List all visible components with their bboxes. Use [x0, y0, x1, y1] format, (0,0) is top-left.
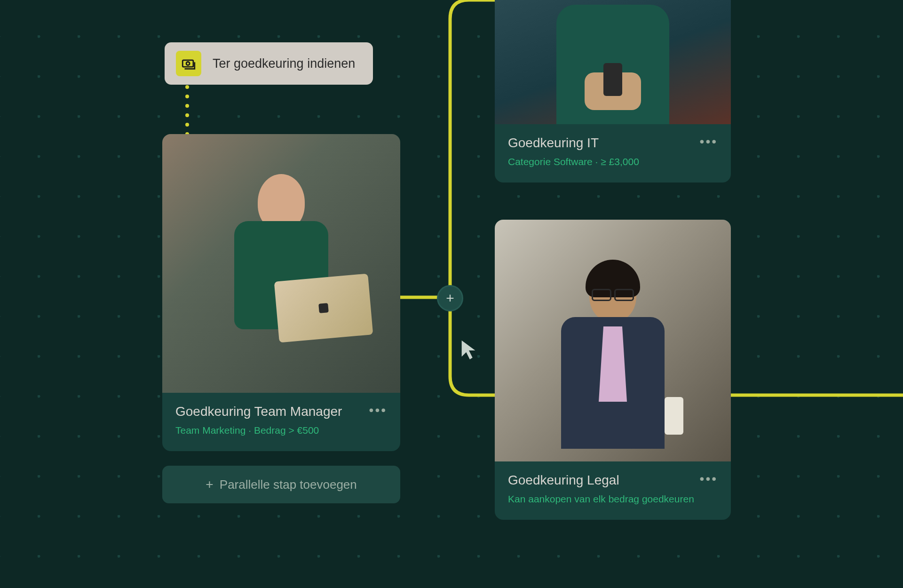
plus-icon: +: [206, 477, 213, 492]
card-photo-team-manager: [162, 134, 400, 393]
approval-card-it[interactable]: Goedkeuring IT Categorie Software · ≥ £3…: [495, 0, 731, 183]
more-icon[interactable]: •••: [369, 407, 387, 413]
cursor-icon: [458, 339, 480, 360]
submit-label: Ter goedkeuring indienen: [213, 56, 355, 71]
approval-card-legal[interactable]: Goedkeuring Legal Kan aankopen van elk b…: [495, 220, 731, 520]
more-icon[interactable]: •••: [700, 476, 718, 482]
add-branch-node[interactable]: +: [437, 285, 463, 311]
plus-icon: +: [446, 290, 454, 306]
card-title: Goedkeuring IT: [508, 135, 718, 151]
card-title: Goedkeuring Team Manager: [175, 404, 387, 419]
card-meta: Categorie Software · ≥ £3,000: [508, 156, 718, 167]
card-meta: Kan aankopen van elk bedrag goedkeuren: [508, 493, 718, 505]
card-photo-legal: [495, 220, 731, 461]
approval-card-team-manager[interactable]: Goedkeuring Team Manager Team Marketing …: [162, 134, 400, 451]
add-parallel-step-button[interactable]: + Parallelle stap toevoegen: [162, 466, 400, 503]
more-icon[interactable]: •••: [700, 138, 718, 145]
card-photo-it: [495, 0, 731, 124]
card-title: Goedkeuring Legal: [508, 473, 718, 488]
parallel-step-label: Parallelle stap toevoegen: [220, 477, 357, 492]
svg-point-2: [186, 62, 190, 65]
card-meta: Team Marketing · Bedrag > €500: [175, 425, 387, 436]
submit-for-approval-chip[interactable]: Ter goedkeuring indienen: [165, 42, 373, 85]
money-icon: [176, 51, 201, 76]
